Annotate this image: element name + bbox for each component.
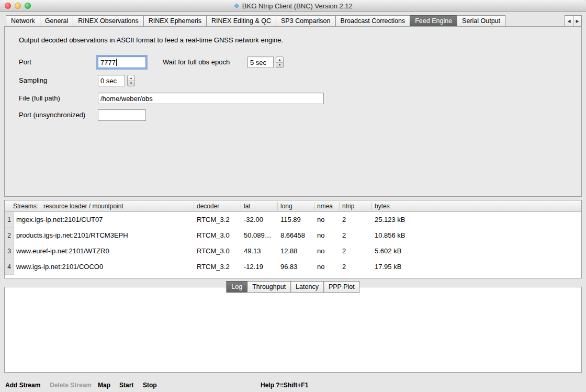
row-number: 4 — [5, 259, 14, 275]
stream-row[interactable]: mgex.igs-ip.net:2101/CUT07 RTCM_3.2 -32.… — [14, 212, 581, 228]
main-tab-bar: Network General RINEX Observations RINEX… — [6, 15, 505, 27]
sampling-spinbox[interactable]: 0 sec — [98, 75, 125, 86]
tab-sp3-comparison[interactable]: SP3 Comparison — [276, 15, 336, 27]
sampling-label: Sampling — [19, 75, 47, 86]
header-long: long — [280, 200, 292, 212]
stream-row[interactable]: www.igs-ip.net:2101/COCO0 RTCM_3.2 -12.1… — [14, 259, 581, 275]
window-title: ❖ BKG Ntrip Client (BNC) Version 2.12 — [0, 0, 586, 12]
tab-rinex-ephemeris[interactable]: RINEX Ephemeris — [143, 15, 207, 27]
cell-decoder: RTCM_3.2 — [197, 259, 230, 275]
pane-description: Output decoded observations in ASCII for… — [19, 36, 283, 44]
cell-long: 115.89 — [280, 212, 301, 228]
cell-decoder: RTCM_3.2 — [197, 212, 230, 228]
tab-rinex-editing-qc[interactable]: RINEX Editing & QC — [206, 15, 276, 27]
file-path-input[interactable]: /home/weber/obs — [98, 93, 324, 104]
stream-row[interactable]: products.igs-ip.net:2101/RTCM3EPH RTCM_3… — [14, 228, 581, 243]
file-path-label: File (full path) — [19, 93, 60, 104]
cell-lat: 50.089… — [244, 228, 272, 243]
tab-broadcast-corrections[interactable]: Broadcast Corrections — [335, 15, 411, 27]
tab-network[interactable]: Network — [6, 15, 40, 27]
spin-down-button[interactable]: ▼ — [276, 63, 283, 68]
cell-bytes: 10.856 kB — [375, 228, 405, 243]
cell-mountpoint: mgex.igs-ip.net:2101/CUT07 — [16, 212, 103, 228]
cell-nmea: no — [317, 228, 324, 243]
cell-nmea: no — [317, 212, 324, 228]
start-button[interactable]: Start — [119, 382, 133, 389]
sampling-stepper: ▲ ▼ — [127, 75, 135, 86]
sampling-value: 0 sec — [100, 77, 117, 85]
cell-bytes: 5.602 kB — [375, 243, 401, 259]
cell-mountpoint: www.euref-ip.net:2101/WTZR0 — [16, 243, 109, 259]
title-bar[interactable]: ❖ BKG Ntrip Client (BNC) Version 2.12 — [0, 0, 586, 12]
header-separator — [194, 202, 194, 210]
window-title-text: BKG Ntrip Client (BNC) Version 2.12 — [242, 2, 353, 10]
stop-button[interactable]: Stop — [143, 382, 157, 389]
header-separator — [277, 202, 278, 210]
map-button[interactable]: Map — [98, 382, 110, 389]
tab-ppp-plot[interactable]: PPP Plot — [323, 281, 360, 293]
cell-lat: 49.13 — [244, 243, 261, 259]
cell-long: 12.88 — [280, 243, 298, 259]
header-lat: lat — [244, 200, 251, 212]
app-icon: ❖ — [233, 3, 240, 9]
header-separator — [339, 202, 340, 210]
row-number: 3 — [5, 243, 14, 259]
delete-stream-button[interactable]: Delete Stream — [50, 382, 92, 389]
tab-feed-engine[interactable]: Feed Engine — [410, 15, 457, 27]
streams-table: Streams: resource loader / mountpoint de… — [4, 200, 582, 278]
log-panel: 15-06-22 09:20:31 ========== Start BNC v… — [4, 287, 582, 373]
port-unsync-label: Port (unsynchronized) — [19, 109, 85, 121]
header-separator — [371, 202, 372, 210]
cell-nmea: no — [317, 259, 324, 275]
tab-throughput[interactable]: Throughput — [247, 281, 291, 293]
cell-bytes: 17.95 kB — [375, 259, 401, 275]
cell-long: 8.66458 — [280, 228, 305, 243]
tab-scroll-right-icon[interactable]: ▶ — [573, 15, 582, 27]
header-nmea: nmea — [317, 200, 333, 212]
cell-ntrip: 2 — [342, 243, 346, 259]
spin-down-button[interactable]: ▼ — [128, 81, 134, 86]
cell-lat: -12.19 — [244, 259, 263, 275]
add-stream-button[interactable]: Add Stream — [5, 382, 40, 389]
cell-ntrip: 2 — [342, 212, 346, 228]
wait-epoch-spinbox[interactable]: 5 sec — [247, 57, 274, 68]
feed-engine-pane: Output decoded observations in ASCII for… — [4, 26, 582, 197]
port-label: Port — [19, 57, 31, 68]
tab-serial-output[interactable]: Serial Output — [457, 15, 505, 27]
cell-mountpoint: www.igs-ip.net:2101/COCO0 — [16, 259, 103, 275]
cell-bytes: 25.123 kB — [375, 212, 405, 228]
row-number: 1 — [5, 212, 14, 228]
cell-ntrip: 2 — [342, 259, 346, 275]
port-unsync-input[interactable] — [98, 109, 146, 121]
tab-log[interactable]: Log — [226, 281, 247, 293]
help-hint: Help ?=Shift+F1 — [261, 382, 308, 389]
app-window: ❖ BKG Ntrip Client (BNC) Version 2.12 Ne… — [0, 0, 586, 392]
header-streams: Streams: resource loader / mountpoint — [13, 200, 123, 212]
stream-row[interactable]: www.euref-ip.net:2101/WTZR0 RTCM_3.0 49.… — [14, 243, 581, 259]
tab-scroll-buttons: ◀ ▶ — [565, 15, 582, 27]
cell-decoder: RTCM_3.0 — [197, 243, 230, 259]
spin-up-button[interactable]: ▲ — [276, 57, 283, 63]
row-number-gutter: 1 2 3 4 — [5, 212, 14, 275]
wait-epoch-label: Wait for full obs epoch — [163, 57, 230, 68]
tab-latency[interactable]: Latency — [290, 281, 324, 293]
header-ntrip: ntrip — [342, 200, 354, 212]
header-decoder: decoder — [197, 200, 219, 212]
text-caret — [116, 59, 117, 66]
row-number: 2 — [5, 228, 14, 243]
cell-mountpoint: products.igs-ip.net:2101/RTCM3EPH — [16, 228, 128, 243]
header-bytes: bytes — [375, 200, 390, 212]
spin-up-button[interactable]: ▲ — [128, 75, 134, 81]
tab-scroll-left-icon[interactable]: ◀ — [565, 15, 573, 27]
cell-decoder: RTCM_3.0 — [197, 228, 230, 243]
cell-lat: -32.00 — [244, 212, 263, 228]
tab-general[interactable]: General — [40, 15, 73, 27]
file-path-value: /home/weber/obs — [100, 95, 153, 103]
port-input[interactable]: 7777 — [98, 57, 146, 68]
tab-rinex-observations[interactable]: RINEX Observations — [73, 15, 143, 27]
port-input-value: 7777 — [100, 59, 116, 66]
header-separator — [241, 202, 241, 210]
header-separator — [314, 202, 314, 210]
streams-table-header: Streams: resource loader / mountpoint de… — [5, 200, 581, 212]
wait-epoch-stepper: ▲ ▼ — [276, 57, 284, 68]
